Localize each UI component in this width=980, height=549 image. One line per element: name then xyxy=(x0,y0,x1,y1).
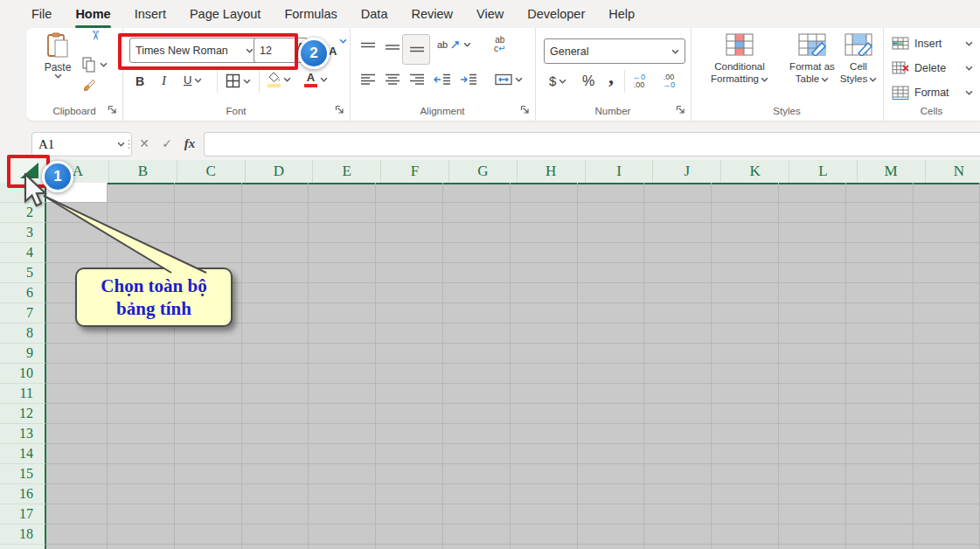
cell-N4[interactable] xyxy=(914,243,980,263)
cell-H17[interactable] xyxy=(511,504,578,525)
cell-H13[interactable] xyxy=(511,424,578,444)
cell-D15[interactable] xyxy=(242,464,309,484)
cell-J2[interactable] xyxy=(644,203,712,223)
cell-G13[interactable] xyxy=(443,424,511,444)
cell-J3[interactable] xyxy=(644,223,712,243)
tab-review[interactable]: Review xyxy=(411,0,453,28)
cell-I9[interactable] xyxy=(578,344,645,364)
tab-page-layout[interactable]: Page Layout xyxy=(190,0,261,28)
cell-E12[interactable] xyxy=(309,404,376,424)
cell-G10[interactable] xyxy=(443,364,511,384)
cell-H8[interactable] xyxy=(511,323,578,344)
cell-C4[interactable] xyxy=(175,243,242,263)
cell-J11[interactable] xyxy=(644,384,712,404)
cell-L18[interactable] xyxy=(779,525,846,545)
cell-H3[interactable] xyxy=(511,223,578,243)
cell-D3[interactable] xyxy=(242,223,309,243)
cell-C11[interactable] xyxy=(175,384,242,404)
cell-C16[interactable] xyxy=(175,484,242,504)
row-header-3[interactable]: 3 xyxy=(0,223,46,243)
row-header-18[interactable]: 18 xyxy=(0,525,46,545)
cell-H14[interactable] xyxy=(511,444,578,464)
cell-B14[interactable] xyxy=(108,444,175,464)
cell-F18[interactable] xyxy=(376,525,443,545)
number-dialog-launcher[interactable] xyxy=(676,105,685,115)
cell-G1[interactable] xyxy=(443,183,511,203)
cell-H10[interactable] xyxy=(511,364,578,384)
row-header-2[interactable]: 2 xyxy=(0,203,46,223)
cell-H9[interactable] xyxy=(511,344,578,364)
cell-styles-button[interactable]: Cell Styles xyxy=(838,33,879,85)
row-header-19[interactable]: 19 xyxy=(0,545,46,549)
cell-F4[interactable] xyxy=(376,243,443,263)
column-header-B[interactable]: B xyxy=(109,160,177,183)
cell-G9[interactable] xyxy=(443,344,511,364)
cell-D7[interactable] xyxy=(242,303,309,323)
cell-B1[interactable] xyxy=(108,183,175,203)
cell-H7[interactable] xyxy=(511,303,578,323)
copy-button[interactable] xyxy=(82,57,108,73)
cell-G14[interactable] xyxy=(443,444,511,464)
cell-N13[interactable] xyxy=(914,424,980,444)
cell-F12[interactable] xyxy=(376,404,443,424)
cell-K15[interactable] xyxy=(712,464,779,484)
row-header-9[interactable]: 9 xyxy=(0,344,46,364)
underline-button[interactable]: U xyxy=(184,73,202,87)
cell-E14[interactable] xyxy=(309,444,376,464)
accounting-format-button[interactable]: $ xyxy=(549,73,566,88)
cell-C18[interactable] xyxy=(175,525,242,545)
cell-H11[interactable] xyxy=(511,384,578,404)
cell-E1[interactable] xyxy=(309,183,376,203)
cell-L1[interactable] xyxy=(779,183,846,203)
cell-D19[interactable] xyxy=(242,545,309,549)
cell-A14[interactable] xyxy=(46,444,108,464)
column-header-D[interactable]: D xyxy=(246,160,314,183)
cell-C12[interactable] xyxy=(175,404,242,424)
cancel-button[interactable]: ✕ xyxy=(134,132,155,155)
cell-K4[interactable] xyxy=(712,243,779,263)
tab-insert[interactable]: Insert xyxy=(135,0,166,28)
cell-E4[interactable] xyxy=(309,243,376,263)
cell-D6[interactable] xyxy=(242,283,309,303)
tab-home[interactable]: Home xyxy=(75,0,110,28)
increase-decimal-button[interactable]: ←0.00 xyxy=(633,73,645,89)
cell-M7[interactable] xyxy=(846,303,914,323)
cell-M14[interactable] xyxy=(846,444,914,464)
column-header-H[interactable]: H xyxy=(518,160,586,183)
row-header-8[interactable]: 8 xyxy=(0,323,46,344)
cell-M2[interactable] xyxy=(846,203,914,223)
cell-M10[interactable] xyxy=(846,364,914,384)
cell-G2[interactable] xyxy=(443,203,511,223)
cell-J4[interactable] xyxy=(644,243,712,263)
cell-M1[interactable] xyxy=(846,183,914,203)
column-header-I[interactable]: I xyxy=(586,160,654,183)
cut-button[interactable]: ✂ xyxy=(87,31,103,56)
cell-J6[interactable] xyxy=(644,283,712,303)
align-bottom-button[interactable] xyxy=(409,41,425,53)
cell-A2[interactable] xyxy=(46,203,108,223)
cell-N17[interactable] xyxy=(914,504,980,525)
cell-A3[interactable] xyxy=(46,223,108,243)
cell-H1[interactable] xyxy=(511,183,578,203)
cell-L15[interactable] xyxy=(779,464,846,484)
cell-F5[interactable] xyxy=(376,263,443,283)
row-header-16[interactable]: 16 xyxy=(0,484,46,504)
cell-F2[interactable] xyxy=(376,203,443,223)
cell-J7[interactable] xyxy=(644,303,712,323)
cell-J10[interactable] xyxy=(644,364,712,384)
cell-G17[interactable] xyxy=(443,504,511,525)
cell-B12[interactable] xyxy=(108,404,175,424)
cell-A12[interactable] xyxy=(46,404,108,424)
cell-K16[interactable] xyxy=(712,484,779,504)
row-header-11[interactable]: 11 xyxy=(0,384,46,404)
cell-A16[interactable] xyxy=(46,484,108,504)
cell-E9[interactable] xyxy=(309,344,376,364)
cell-K14[interactable] xyxy=(712,444,779,464)
cell-H2[interactable] xyxy=(511,203,578,223)
cell-C1[interactable] xyxy=(175,183,242,203)
cell-N6[interactable] xyxy=(914,283,980,303)
cell-A15[interactable] xyxy=(46,464,108,484)
cell-A11[interactable] xyxy=(46,384,108,404)
conditional-formatting-button[interactable]: Conditional Formatting xyxy=(698,33,782,85)
cell-F1[interactable] xyxy=(376,183,443,203)
